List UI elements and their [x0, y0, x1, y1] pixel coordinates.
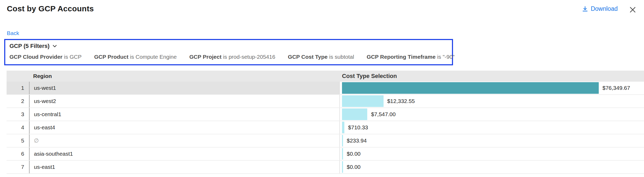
- cost-value: $76,349.67: [602, 85, 630, 91]
- table-row[interactable]: 3us-central1$7,547.00: [7, 108, 644, 121]
- download-label: Download: [591, 5, 618, 12]
- filter-item: GCP Cost Typeis subtotal: [288, 54, 354, 60]
- page-title: Cost by GCP Accounts: [7, 4, 94, 13]
- table-row[interactable]: 7us-east1$0.00: [7, 161, 644, 174]
- row-index: 5: [7, 134, 29, 147]
- filter-group-box: GCP (5 Filters) GCP Cloud Provideris GCP…: [4, 39, 453, 65]
- filter-item-condition: is Compute Engine: [130, 54, 177, 60]
- filter-summary-toggle[interactable]: GCP (5 Filters): [9, 43, 448, 50]
- table-row[interactable]: 6asia-southeast1$0.00: [7, 148, 644, 161]
- cost-bar[interactable]: [342, 82, 599, 94]
- region-cell[interactable]: us-east1: [29, 161, 340, 173]
- table-row[interactable]: 1us-west1$76,349.67: [7, 82, 644, 95]
- cost-value: $233.94: [347, 137, 367, 144]
- row-index: 2: [7, 95, 29, 107]
- filter-summary-label: GCP (5 Filters): [9, 43, 49, 50]
- download-button[interactable]: Download: [582, 5, 618, 12]
- row-index: 3: [7, 108, 29, 121]
- cost-value: $12,332.55: [387, 98, 415, 104]
- cost-cell: $12,332.55: [340, 95, 644, 107]
- filter-item-label: GCP Cost Type: [288, 54, 328, 60]
- back-link[interactable]: Back: [7, 30, 19, 36]
- cost-cell: $76,349.67: [340, 82, 644, 94]
- region-cell[interactable]: asia-southeast1: [29, 148, 340, 160]
- cost-cell: $7,547.00: [340, 108, 644, 121]
- filter-item: GCP Reporting Timeframeis "-90": [367, 54, 455, 60]
- row-index: 1: [7, 82, 29, 94]
- cost-bar[interactable]: [342, 161, 343, 173]
- cost-cell: $233.94: [340, 134, 644, 147]
- filter-item-condition: is GCP: [64, 54, 82, 60]
- filter-item-label: GCP Cloud Provider: [9, 54, 62, 60]
- filter-item-label: GCP Project: [189, 54, 222, 60]
- cost-cell: $710.33: [340, 121, 644, 134]
- cost-bar[interactable]: [342, 109, 367, 120]
- cost-column-header: Cost Type Selection: [340, 73, 644, 80]
- table-row[interactable]: 4us-east4$710.33: [7, 121, 644, 134]
- filter-item: GCP Projectis prod-setup-205416: [189, 54, 275, 60]
- cost-table: Region Cost Type Selection 1us-west1$76,…: [7, 71, 644, 174]
- cost-cell: $0.00: [340, 161, 644, 173]
- filter-item-condition: is prod-setup-205416: [223, 54, 275, 60]
- cost-report-panel: Cost by GCP Accounts Download Back GCP (…: [0, 0, 644, 177]
- cost-table-body: 1us-west1$76,349.672us-west2$12,332.553u…: [7, 82, 644, 174]
- region-cell[interactable]: ∅: [29, 134, 340, 147]
- row-index: 4: [7, 121, 29, 134]
- region-cell[interactable]: us-central1: [29, 108, 340, 121]
- cost-bar[interactable]: [342, 95, 384, 107]
- filter-item-label: GCP Reporting Timeframe: [367, 54, 436, 60]
- table-row[interactable]: 2us-west2$12,332.55: [7, 95, 644, 108]
- download-icon: [582, 6, 588, 12]
- table-header-row: Region Cost Type Selection: [7, 71, 644, 82]
- cost-value: $0.00: [347, 164, 361, 170]
- cost-value: $7,547.00: [371, 111, 395, 117]
- close-icon[interactable]: [629, 6, 637, 14]
- cost-value: $710.33: [348, 124, 368, 131]
- filter-item-label: GCP Product: [94, 54, 128, 60]
- filter-item-list: GCP Cloud Provideris GCPGCP Productis Co…: [9, 54, 448, 60]
- chevron-down-icon: [52, 44, 57, 48]
- region-cell[interactable]: us-east4: [29, 121, 340, 134]
- cost-cell: $0.00: [340, 148, 644, 160]
- region-cell[interactable]: us-west1: [29, 82, 340, 94]
- filter-item-condition: is "-90": [437, 54, 455, 60]
- cost-value: $0.00: [347, 151, 361, 157]
- cost-bar[interactable]: [342, 122, 344, 133]
- filter-item: GCP Productis Compute Engine: [94, 54, 177, 60]
- cost-bar[interactable]: [342, 135, 343, 146]
- region-column-header: Region: [29, 73, 340, 79]
- row-index: 7: [7, 161, 29, 173]
- cost-bar[interactable]: [342, 148, 343, 160]
- filter-item: GCP Cloud Provideris GCP: [9, 54, 82, 60]
- filter-item-condition: is subtotal: [329, 54, 354, 60]
- row-index: 6: [7, 148, 29, 160]
- table-row[interactable]: 5∅$233.94: [7, 134, 644, 148]
- region-cell[interactable]: us-west2: [29, 95, 340, 107]
